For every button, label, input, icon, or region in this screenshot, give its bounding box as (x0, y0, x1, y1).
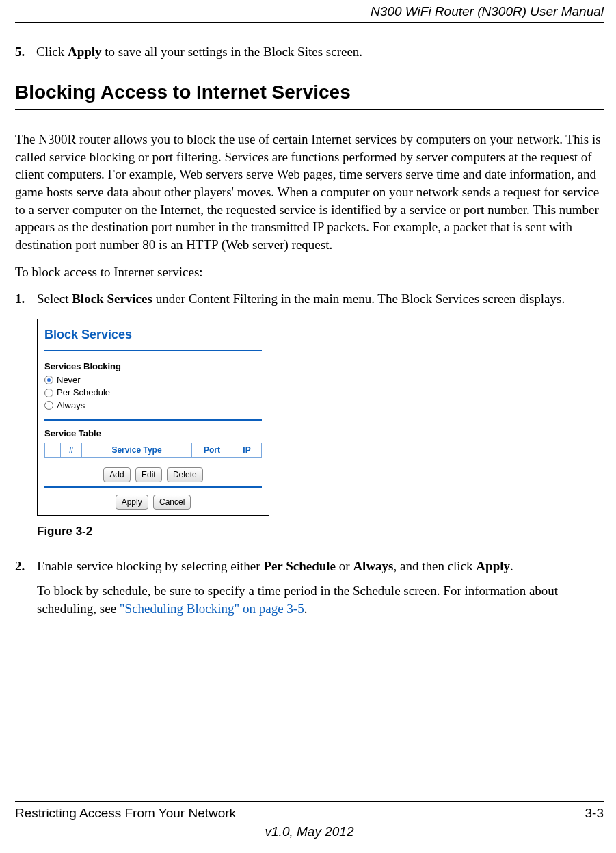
step-5-text-pre: Click (36, 44, 68, 59)
page-header: N300 WiFi Router (N300R) User Manual (15, 0, 604, 23)
screenshot-title: Block Services (44, 324, 262, 351)
page-footer: Restricting Access From Your Network 3-3… (15, 801, 604, 841)
radio-always-label: Always (57, 399, 85, 412)
col-ip: IP (232, 443, 262, 457)
apply-button[interactable]: Apply (116, 495, 148, 510)
always-keyword: Always (353, 559, 393, 573)
button-row-apply: Apply Cancel (44, 486, 262, 510)
radio-never[interactable]: Never (44, 374, 262, 386)
step-2-post: . (510, 559, 513, 573)
radio-never-label: Never (57, 374, 81, 386)
step-1-body: Select Block Services under Content Filt… (37, 290, 604, 308)
apply-keyword-2: Apply (476, 559, 510, 573)
step-1-post: under Content Filtering in the main menu… (152, 291, 565, 306)
step-2-mid1: or (336, 559, 353, 573)
col-select (45, 443, 61, 457)
intro-paragraph: The N300R router allows you to block the… (15, 131, 604, 253)
step-2-line1: Enable service blocking by selecting eit… (37, 557, 604, 575)
figure-caption: Figure 3-2 (37, 524, 604, 540)
step-5: 5. Click Apply to save all your settings… (15, 43, 604, 61)
block-services-keyword: Block Services (72, 291, 152, 306)
button-row-edit: Add Edit Delete (44, 464, 262, 482)
footer-page-number: 3-3 (585, 804, 604, 822)
edit-button[interactable]: Edit (135, 467, 162, 482)
col-port: Port (192, 443, 232, 457)
radio-per-schedule[interactable]: Per Schedule (44, 386, 262, 399)
radio-dot-icon (44, 389, 53, 397)
step-2-mid2: , and then click (394, 559, 477, 573)
section-heading: Blocking Access to Internet Services (15, 79, 604, 110)
step-2-para2-post: . (304, 601, 308, 616)
services-blocking-label: Services Blocking (44, 360, 262, 373)
step-5-number: 5. (15, 44, 33, 59)
per-schedule-keyword: Per Schedule (263, 559, 336, 573)
radio-always[interactable]: Always (44, 399, 262, 412)
manual-title: N300 WiFi Router (N300R) User Manual (371, 4, 604, 18)
step-2-body: Enable service blocking by selecting eit… (37, 557, 604, 617)
footer-version: v1.0, May 2012 (15, 823, 604, 841)
scheduling-blocking-link[interactable]: "Scheduling Blocking" on page 3-5 (120, 601, 304, 616)
footer-section: Restricting Access From Your Network (15, 804, 236, 822)
step-2-number: 2. (15, 557, 37, 617)
step-1-pre: Select (37, 291, 72, 306)
lead-paragraph: To block access to Internet services: (15, 263, 604, 281)
apply-keyword: Apply (68, 44, 102, 59)
step-1-number: 1. (15, 290, 37, 308)
step-5-text-post: to save all your settings in the Block S… (102, 44, 363, 59)
step-1: 1. Select Block Services under Content F… (15, 290, 604, 308)
step-2: 2. Enable service blocking by selecting … (15, 557, 604, 617)
radio-per-schedule-label: Per Schedule (57, 386, 110, 399)
service-table: # Service Type Port IP (44, 443, 262, 458)
col-number: # (61, 443, 82, 457)
cancel-button[interactable]: Cancel (153, 495, 191, 510)
radio-dot-icon (44, 376, 53, 384)
section-heading-text: Blocking Access to Internet Services (15, 81, 351, 103)
col-service-type: Service Type (82, 443, 192, 457)
block-services-screenshot: Block Services Services Blocking Never P… (37, 319, 269, 516)
delete-button[interactable]: Delete (167, 467, 203, 482)
service-table-label: Service Table (44, 428, 262, 440)
divider (44, 419, 262, 421)
add-button[interactable]: Add (103, 467, 130, 482)
step-2-line2: To block by schedule, be sure to specify… (37, 582, 604, 617)
step-2-pre: Enable service blocking by selecting eit… (37, 559, 263, 573)
radio-dot-icon (44, 401, 53, 410)
